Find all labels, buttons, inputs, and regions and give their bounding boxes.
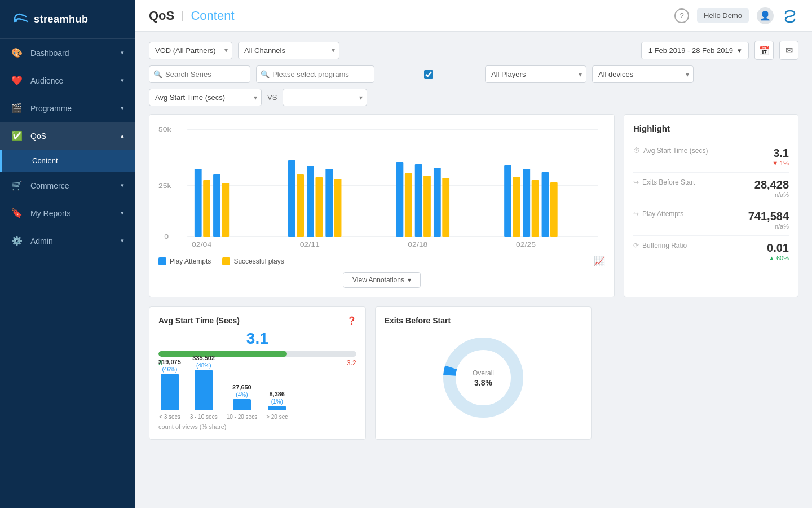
legend-successful-plays-label: Successful plays <box>233 257 284 265</box>
calendar-button[interactable]: 📅 <box>754 41 774 60</box>
channel-select[interactable]: All Channels Channel 1 <box>238 42 339 59</box>
search-series-wrapper[interactable]: 🔍 <box>149 65 250 83</box>
sidebar-item-audience-label: Audience <box>30 76 63 85</box>
sidebar-item-my-reports[interactable]: 🔖 My Reports ▾ <box>0 199 135 227</box>
date-range-button[interactable]: 1 Feb 2019 - 28 Feb 2019 ▾ <box>641 42 749 59</box>
exits-donut: Overall 3.8% <box>385 330 582 426</box>
sidebar-subitem-content-label: Content <box>32 156 58 165</box>
vs-select-wrapper[interactable]: Play Attempts Successful Plays <box>283 89 367 106</box>
sidebar-item-dashboard[interactable]: 🎨 Dashboard ▾ <box>0 39 135 67</box>
content-area: VOD (All Partners) Partner A All Channel… <box>135 32 812 508</box>
avg-progress-bar-fill <box>158 351 287 357</box>
progress-labels: 3 3.2 <box>158 359 356 367</box>
svg-rect-24 <box>513 177 520 237</box>
svg-rect-11 <box>288 160 295 237</box>
bar-rect <box>268 406 286 410</box>
chevron-down-icon: ▾ <box>121 182 124 189</box>
user-menu-button[interactable]: Hello Demo <box>697 8 749 23</box>
bar-value: 335,502 <box>192 354 215 361</box>
bar-group: 335,502(48%)3 - 10 secs <box>190 354 218 420</box>
view-annotations-button[interactable]: View Annotations ▾ <box>343 272 421 288</box>
players-select[interactable]: All Players Player A <box>485 65 586 83</box>
chevron-down-icon: ▴ <box>121 132 124 139</box>
programs-search-wrapper[interactable]: 🔍 <box>256 65 479 83</box>
sidebar-item-admin[interactable]: ⚙️ Admin ▾ <box>0 227 135 255</box>
chevron-down-icon: ▾ <box>121 104 124 112</box>
sidebar-item-audience[interactable]: ❤️ Audience ▾ <box>0 67 135 94</box>
programs-checkbox[interactable] <box>378 70 479 79</box>
dashboard-icon: 🎨 <box>11 47 23 58</box>
highlight-exits-value-block: 28,428 n/a% <box>754 178 789 198</box>
chart-container: 50k 25k 0 <box>149 114 615 297</box>
sidebar: streamhub 🎨 Dashboard ▾ ❤️ Audience ▾ 🎬 … <box>0 0 135 508</box>
sidebar-item-my-reports-label: My Reports <box>30 209 71 218</box>
top-header: QoS | Content ? Hello Demo 👤 <box>135 0 812 32</box>
players-select-wrapper[interactable]: All Players Player A <box>485 65 586 83</box>
exits-panel-title: Exits Before Start <box>385 316 582 325</box>
sidebar-item-qos[interactable]: ✅ QoS ▴ <box>0 122 135 150</box>
partner-select[interactable]: VOD (All Partners) Partner A <box>149 42 232 59</box>
svg-rect-17 <box>396 162 404 237</box>
bar-label: > 20 sec <box>266 414 288 420</box>
bars-caption: count of views (% share) <box>158 423 356 430</box>
avatar-button[interactable]: 👤 <box>757 7 774 24</box>
bar-rect <box>195 370 213 410</box>
avg-progress-bar-container <box>158 351 356 357</box>
chevron-down-icon: ▾ <box>121 209 124 217</box>
channel-select-wrapper[interactable]: All Channels Channel 1 <box>238 42 339 59</box>
bar-label: < 3 secs <box>159 414 180 420</box>
highlight-exits-value: 28,428 <box>754 178 789 191</box>
bar-group: 27,650(4%)10 - 20 secs <box>227 384 257 420</box>
devices-select[interactable]: All devices Mobile Desktop <box>592 65 694 83</box>
timer-icon: ⏱ <box>633 147 640 155</box>
highlight-row-play-attempts: ↪ Play Attempts 741,584 n/a% <box>633 204 789 236</box>
svg-rect-12 <box>297 174 304 237</box>
programme-icon: 🎬 <box>11 103 23 113</box>
svg-rect-21 <box>434 168 441 237</box>
metric-select-wrapper[interactable]: Avg Start Time (secs) Play Attempts Succ… <box>149 89 262 106</box>
metric-select[interactable]: Avg Start Time (secs) Play Attempts Succ… <box>149 89 262 106</box>
brand-icon-button[interactable] <box>782 7 798 24</box>
highlight-panel: Highlight ⏱ Avg Start Time (secs) 3.1 ▼ … <box>624 114 798 297</box>
svg-rect-15 <box>325 169 333 237</box>
email-button[interactable]: ✉ <box>779 41 798 60</box>
devices-select-wrapper[interactable]: All devices Mobile Desktop <box>592 65 694 83</box>
play-icon: ↪ <box>633 210 639 218</box>
svg-text:02/25: 02/25 <box>516 241 536 248</box>
avg-start-panel: Avg Start Time (Secs) ❓ 3.1 3 3.2 319,07… <box>149 306 366 440</box>
chevron-down-icon: ▾ <box>121 237 124 244</box>
exits-icon: ↪ <box>633 178 639 186</box>
sidebar-item-commerce[interactable]: 🛒 Commerce ▾ <box>0 172 135 199</box>
partner-select-wrapper[interactable]: VOD (All Partners) Partner A <box>149 42 232 59</box>
panel-help-icon[interactable]: ❓ <box>347 316 356 325</box>
svg-text:Overall: Overall <box>473 369 494 377</box>
qos-icon: ✅ <box>11 130 23 141</box>
svg-rect-20 <box>423 176 431 237</box>
bar-group: 8,386(1%)> 20 sec <box>266 391 288 420</box>
svg-point-33 <box>449 344 517 411</box>
successful-plays-color <box>222 257 230 265</box>
highlight-play-value-block: 741,584 n/a% <box>748 210 789 230</box>
sidebar-item-admin-label: Admin <box>30 237 53 246</box>
bar-group: 319,075(46%)< 3 secs <box>158 358 181 420</box>
chevron-down-icon: ▾ <box>121 49 124 56</box>
bar-rect <box>161 374 179 410</box>
audience-icon: ❤️ <box>11 75 23 86</box>
sidebar-logo: streamhub <box>0 0 135 39</box>
search-series-input[interactable] <box>149 65 250 83</box>
highlight-row-exits: ↪ Exits Before Start 28,428 n/a% <box>633 173 789 204</box>
sidebar-subitem-content[interactable]: Content <box>0 150 135 172</box>
chart-export-button[interactable]: 📈 <box>594 256 605 266</box>
help-button[interactable]: ? <box>674 8 689 23</box>
svg-rect-9 <box>213 174 220 237</box>
highlight-row-avg-start: ⏱ Avg Start Time (secs) 3.1 ▼ 1% <box>633 141 789 173</box>
programs-search-input[interactable] <box>256 65 374 83</box>
highlight-play-value: 741,584 <box>748 210 789 223</box>
vs-select[interactable]: Play Attempts Successful Plays <box>283 89 367 106</box>
streamhub-logo-icon <box>11 10 29 28</box>
sidebar-item-programme[interactable]: 🎬 Programme ▾ <box>0 94 135 122</box>
highlight-play-label: ↪ Play Attempts <box>633 210 683 218</box>
vs-label: VS <box>267 93 277 102</box>
highlight-buffering-label: ⟳ Buffering Ratio <box>633 242 687 249</box>
email-icon: ✉ <box>785 45 793 56</box>
